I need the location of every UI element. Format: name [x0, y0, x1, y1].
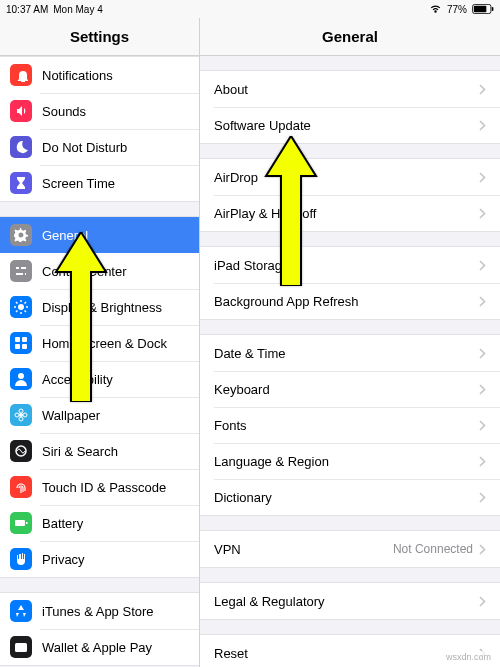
- svg-point-21: [23, 413, 27, 417]
- sidebar-item-wallet[interactable]: Wallet & Apple Pay: [0, 629, 199, 665]
- flower-icon: [10, 404, 32, 426]
- svg-point-3: [18, 304, 24, 310]
- detail-row-label: About: [214, 82, 479, 97]
- svg-rect-26: [23, 646, 26, 649]
- sidebar-title: Settings: [70, 28, 129, 45]
- detail-row-label: Software Update: [214, 118, 479, 133]
- detail-row-fonts[interactable]: Fonts: [200, 407, 500, 443]
- sidebar-item-controlcenter[interactable]: Control Center: [0, 253, 199, 289]
- hourglass-icon: [10, 172, 32, 194]
- chevron-right-icon: [479, 172, 486, 183]
- detail-row-date-time[interactable]: Date & Time: [200, 335, 500, 371]
- detail-row-background-app-refresh[interactable]: Background App Refresh: [200, 283, 500, 319]
- svg-rect-24: [26, 522, 28, 524]
- svg-point-20: [15, 413, 19, 417]
- chevron-right-icon: [479, 384, 486, 395]
- battery-icon: [472, 4, 494, 14]
- sidebar-item-label: Touch ID & Passcode: [42, 480, 189, 495]
- detail-row-label: Language & Region: [214, 454, 479, 469]
- sidebar-item-accessibility[interactable]: Accessibility: [0, 361, 199, 397]
- detail-header: General: [200, 18, 500, 56]
- sidebar-item-privacy[interactable]: Privacy: [0, 541, 199, 577]
- svg-rect-13: [22, 337, 27, 342]
- sidebar-item-screentime[interactable]: Screen Time: [0, 165, 199, 201]
- sidebar-item-wallpaper[interactable]: Wallpaper: [0, 397, 199, 433]
- sidebar-item-label: Wallpaper: [42, 408, 189, 423]
- svg-rect-2: [492, 7, 494, 11]
- sidebar-item-dnd[interactable]: Do Not Disturb: [0, 129, 199, 165]
- sidebar-item-display[interactable]: Display & Brightness: [0, 289, 199, 325]
- sidebar-item-touchid[interactable]: Touch ID & Passcode: [0, 469, 199, 505]
- fingerprint-icon: [10, 476, 32, 498]
- detail-row-software-update[interactable]: Software Update: [200, 107, 500, 143]
- svg-rect-12: [15, 337, 20, 342]
- detail-row-about[interactable]: About: [200, 71, 500, 107]
- detail-row-label: Date & Time: [214, 346, 479, 361]
- battery-icon: [10, 512, 32, 534]
- svg-line-11: [25, 302, 27, 304]
- chevron-right-icon: [479, 596, 486, 607]
- person-icon: [10, 368, 32, 390]
- status-date: Mon May 4: [53, 4, 102, 15]
- settings-sidebar[interactable]: Settings NotificationsSoundsDo Not Distu…: [0, 18, 200, 667]
- chevron-right-icon: [479, 84, 486, 95]
- detail-pane[interactable]: General AboutSoftware UpdateAirDropAirPl…: [200, 18, 500, 667]
- detail-row-label: Reset: [214, 646, 479, 661]
- sidebar-item-label: Display & Brightness: [42, 300, 189, 315]
- detail-row-label: AirPlay & Handoff: [214, 206, 479, 221]
- watermark: wsxdn.com: [443, 651, 494, 663]
- detail-row-ipad-storage[interactable]: iPad Storage: [200, 247, 500, 283]
- siri-icon: [10, 440, 32, 462]
- svg-point-16: [18, 373, 24, 379]
- battery-pct: 77%: [447, 4, 467, 15]
- detail-title: General: [322, 28, 378, 45]
- speaker-icon: [10, 100, 32, 122]
- detail-row-airplay-handoff[interactable]: AirPlay & Handoff: [200, 195, 500, 231]
- svg-line-10: [16, 311, 18, 313]
- sidebar-item-label: Wallet & Apple Pay: [42, 640, 189, 655]
- detail-row-airdrop[interactable]: AirDrop: [200, 159, 500, 195]
- status-bar: 10:37 AM Mon May 4 77%: [0, 0, 500, 18]
- sidebar-item-siri[interactable]: Siri & Search: [0, 433, 199, 469]
- sidebar-item-label: Sounds: [42, 104, 189, 119]
- sidebar-item-general[interactable]: General: [0, 217, 199, 253]
- sun-icon: [10, 296, 32, 318]
- detail-row-label: VPN: [214, 542, 393, 557]
- chevron-right-icon: [479, 492, 486, 503]
- svg-rect-15: [22, 344, 27, 349]
- sidebar-item-label: Home Screen & Dock: [42, 336, 189, 351]
- wifi-icon: [429, 4, 442, 14]
- moon-icon: [10, 136, 32, 158]
- chevron-right-icon: [479, 260, 486, 271]
- grid-icon: [10, 332, 32, 354]
- chevron-right-icon: [479, 456, 486, 467]
- sidebar-item-label: Screen Time: [42, 176, 189, 191]
- svg-rect-1: [474, 6, 487, 13]
- detail-row-legal-regulatory[interactable]: Legal & Regulatory: [200, 583, 500, 619]
- svg-point-19: [19, 417, 23, 421]
- svg-point-17: [19, 413, 23, 417]
- detail-row-label: Fonts: [214, 418, 479, 433]
- sidebar-header: Settings: [0, 18, 199, 56]
- sidebar-item-sounds[interactable]: Sounds: [0, 93, 199, 129]
- sliders-icon: [10, 260, 32, 282]
- status-time: 10:37 AM: [6, 4, 48, 15]
- detail-row-language-region[interactable]: Language & Region: [200, 443, 500, 479]
- appstore-icon: [10, 600, 32, 622]
- wallet-icon: [10, 636, 32, 658]
- detail-row-vpn[interactable]: VPNNot Connected: [200, 531, 500, 567]
- detail-row-label: iPad Storage: [214, 258, 479, 273]
- chevron-right-icon: [479, 120, 486, 131]
- sidebar-item-homescreen[interactable]: Home Screen & Dock: [0, 325, 199, 361]
- detail-row-keyboard[interactable]: Keyboard: [200, 371, 500, 407]
- detail-row-label: AirDrop: [214, 170, 479, 185]
- hand-icon: [10, 548, 32, 570]
- svg-rect-14: [15, 344, 20, 349]
- sidebar-item-label: Battery: [42, 516, 189, 531]
- sidebar-item-itunes[interactable]: iTunes & App Store: [0, 593, 199, 629]
- sidebar-item-battery[interactable]: Battery: [0, 505, 199, 541]
- detail-row-dictionary[interactable]: Dictionary: [200, 479, 500, 515]
- chevron-right-icon: [479, 348, 486, 359]
- svg-line-8: [16, 302, 18, 304]
- sidebar-item-notifications[interactable]: Notifications: [0, 57, 199, 93]
